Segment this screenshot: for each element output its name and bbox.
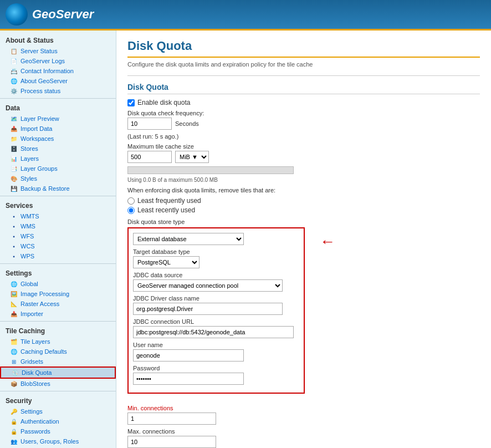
- jdbc-datasource-select[interactable]: GeoServer managed connection pool JNDI: [133, 279, 283, 292]
- password-input[interactable]: [133, 373, 244, 385]
- sidebar-item-gridsets[interactable]: ⊞ Gridsets: [0, 357, 116, 366]
- sidebar-item-caching-defaults[interactable]: 🌐 Caching Defaults: [0, 347, 116, 357]
- sidebar-label-import-data: Import Data: [21, 125, 52, 132]
- sidebar-item-importer[interactable]: 📥 Importer: [0, 309, 116, 319]
- password-label: Password: [133, 365, 299, 371]
- sidebar-item-layers[interactable]: 📊 Layers: [0, 154, 116, 164]
- sidebar-item-workspaces[interactable]: 📁 Workspaces: [0, 134, 116, 144]
- sidebar-item-about-geoserver[interactable]: 🌐 About GeoServer: [0, 76, 116, 86]
- section-security: Security: [0, 394, 116, 406]
- max-cache-size-row: Maximum tile cache size MiB ▼: [127, 143, 480, 163]
- sidebar-label-users-groups-roles: Users, Groups, Roles: [21, 438, 79, 445]
- sidebar-label-layer-groups: Layer Groups: [21, 165, 58, 172]
- frequency-input[interactable]: [127, 118, 172, 130]
- sidebar-item-wms[interactable]: ▪ WMS: [0, 221, 116, 231]
- radio-least-frequent-label: Least frequently used: [137, 197, 201, 205]
- section-data: Data: [0, 101, 116, 114]
- sidebar-label-wps: WPS: [21, 253, 34, 259]
- store-type-select[interactable]: H2 (embedded) External database: [133, 233, 244, 245]
- enable-disk-quota-checkbox[interactable]: [127, 99, 135, 106]
- sidebar-label-workspaces: Workspaces: [21, 135, 54, 142]
- enforcing-label-row: When enforcing disk quota limits, remove…: [127, 187, 480, 194]
- sidebar-item-authentication[interactable]: 🔒 Authentication: [0, 416, 116, 426]
- sidebar-item-wps[interactable]: ▪ WPS: [0, 251, 116, 261]
- max-cache-input[interactable]: [127, 151, 172, 163]
- sidebar-label-caching-defaults: Caching Defaults: [21, 348, 67, 355]
- stores-icon: 🗄️: [10, 145, 18, 152]
- sidebar-label-stores: Stores: [21, 145, 38, 152]
- backup-restore-icon: 💾: [10, 185, 18, 192]
- sidebar-item-backup-restore[interactable]: 💾 Backup & Restore: [0, 184, 116, 194]
- max-connections-input[interactable]: [127, 436, 216, 448]
- sidebar-item-security-settings[interactable]: 🔑 Settings: [0, 406, 116, 416]
- sidebar-item-blobstores[interactable]: 📦 BlobStores: [0, 379, 116, 389]
- sidebar-label-backup-restore: Backup & Restore: [21, 185, 70, 192]
- password-row: Password: [133, 365, 299, 385]
- sidebar-item-styles[interactable]: 🎨 Styles: [0, 174, 116, 184]
- sidebar-item-layer-preview[interactable]: 🗺️ Layer Preview: [0, 114, 116, 124]
- sidebar-item-wcs[interactable]: ▪ WCS: [0, 241, 116, 251]
- sidebar-item-wfs[interactable]: ▪ WFS: [0, 231, 116, 241]
- max-connections-row: Max. connections: [127, 428, 480, 448]
- jdbc-datasource-row: JDBC data source GeoServer managed conne…: [133, 272, 299, 292]
- styles-icon: 🎨: [10, 175, 18, 182]
- jdbc-url-label: JDBC connection URL: [133, 318, 299, 325]
- sidebar-item-image-processing[interactable]: 🖼️ Image Processing: [0, 289, 116, 299]
- disk-quota-section-title: Disk Quota: [127, 83, 480, 94]
- section-settings: Settings: [0, 266, 116, 279]
- target-db-type-select[interactable]: PostgreSQL H2 Oracle: [133, 256, 200, 268]
- max-cache-label: Maximum tile cache size: [127, 143, 480, 150]
- importer-icon: 📥: [10, 310, 18, 318]
- tile-layers-icon: 🗂️: [10, 338, 18, 345]
- sidebar-item-process-status[interactable]: ⚙️ Process status: [0, 86, 116, 96]
- layers-icon: 📊: [10, 155, 18, 162]
- username-input[interactable]: [133, 349, 244, 362]
- sidebar-item-server-status[interactable]: 📋 Server Status: [0, 46, 116, 56]
- max-cache-unit-select[interactable]: MiB ▼: [175, 151, 209, 163]
- workspaces-icon: 📁: [10, 135, 18, 142]
- sidebar-item-layer-groups[interactable]: 📑 Layer Groups: [0, 164, 116, 174]
- radio-least-frequent[interactable]: [127, 197, 135, 205]
- sidebar-label-global: Global: [21, 281, 38, 287]
- sidebar-item-passwords[interactable]: 🔒 Passwords: [0, 426, 116, 436]
- sidebar-label-layers: Layers: [21, 155, 39, 162]
- main-layout: About & Status 📋 Server Status 📄 GeoServ…: [0, 30, 491, 448]
- sidebar-item-disk-quota[interactable]: 💿 Disk Quota: [0, 366, 116, 379]
- min-connections-input[interactable]: [127, 413, 216, 425]
- sidebar-label-geoserver-logs: GeoServer Logs: [21, 58, 65, 64]
- caching-defaults-icon: 🌐: [10, 348, 18, 355]
- jdbc-driver-input[interactable]: [133, 303, 283, 315]
- sidebar-item-raster-access[interactable]: 📐 Raster Access: [0, 299, 116, 309]
- sidebar-item-users-groups-roles[interactable]: 👥 Users, Groups, Roles: [0, 436, 116, 446]
- sidebar-item-geoserver-logs[interactable]: 📄 GeoServer Logs: [0, 56, 116, 66]
- jdbc-driver-label: JDBC Driver class name: [133, 295, 299, 302]
- sidebar-item-wmts[interactable]: ▪ WMTS: [0, 211, 116, 221]
- max-connections-label: Max. connections: [127, 428, 480, 435]
- username-row: User name: [133, 342, 299, 362]
- global-icon: 🌐: [10, 280, 18, 288]
- radio-least-recent-label: Least recently used: [137, 206, 195, 214]
- disk-quota-icon: 💿: [11, 369, 19, 376]
- layer-preview-icon: 🗺️: [10, 115, 18, 123]
- security-settings-icon: 🔑: [10, 408, 18, 415]
- sidebar-label-wcs: WCS: [21, 243, 35, 250]
- sidebar-item-contact-info[interactable]: 📇 Contact Information: [0, 66, 116, 76]
- wmts-icon: ▪: [10, 212, 18, 220]
- raster-access-icon: 📐: [10, 300, 18, 308]
- import-data-icon: 📥: [10, 125, 18, 133]
- enforcing-label: When enforcing disk quota limits, remove…: [127, 187, 480, 194]
- sidebar-item-tile-layers[interactable]: 🗂️ Tile Layers: [0, 337, 116, 347]
- highlight-box: H2 (embedded) External database Target d…: [127, 227, 305, 394]
- sidebar-item-stores[interactable]: 🗄️ Stores: [0, 144, 116, 154]
- radio-least-frequent-row: Least frequently used: [127, 197, 480, 205]
- enable-disk-quota-label: Enable disk quota: [137, 99, 190, 106]
- wps-icon: ▪: [10, 252, 18, 260]
- content-area: Disk Quota Configure the disk quota limi…: [116, 30, 491, 448]
- radio-least-recent[interactable]: [127, 207, 135, 214]
- red-arrow-indicator: ←: [320, 233, 335, 251]
- sidebar-item-import-data[interactable]: 📥 Import Data: [0, 124, 116, 134]
- jdbc-url-input[interactable]: [133, 326, 294, 338]
- logo-icon: [6, 3, 28, 26]
- sidebar-label-wfs: WFS: [21, 233, 34, 240]
- sidebar-item-global[interactable]: 🌐 Global: [0, 279, 116, 289]
